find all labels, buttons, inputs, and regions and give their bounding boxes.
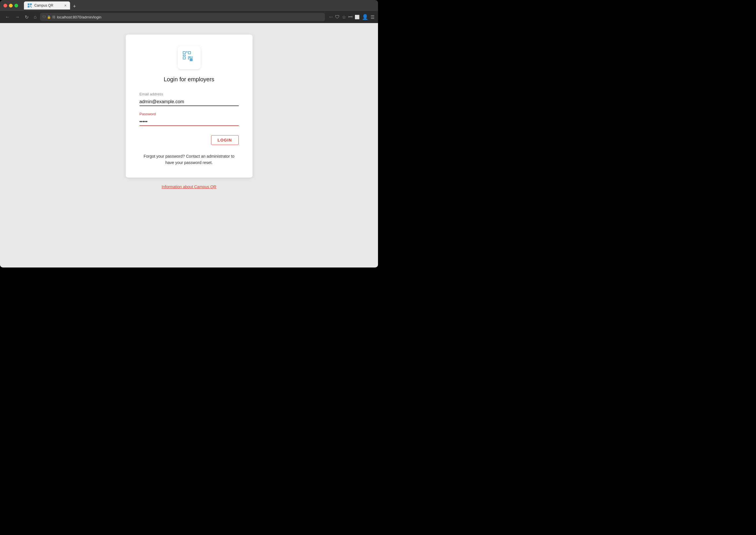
email-input[interactable] [139,98,239,106]
svg-rect-16 [189,52,190,54]
shield-icon: 🛡 [43,15,46,19]
password-label: Password [139,112,239,116]
menu-icon[interactable]: ☰ [370,14,375,20]
svg-rect-0 [28,3,29,5]
back-button[interactable]: ← [3,13,12,21]
password-input[interactable] [139,118,239,126]
tab-favicon-icon [27,3,32,8]
logo-container [178,46,201,69]
svg-rect-15 [183,52,185,54]
split-view-icon[interactable]: ⬜ [355,15,360,19]
home-button[interactable]: ⌂ [32,13,38,21]
login-button[interactable]: LOGIN [211,135,239,145]
svg-rect-2 [28,6,29,8]
svg-rect-3 [30,6,31,7]
svg-rect-4 [31,7,32,8]
email-label: Email address [139,92,239,96]
traffic-lights [3,4,18,8]
address-bar-icons: 🛡 🔒 ⛓ [43,15,55,19]
chain-icon: ⛓ [52,15,55,19]
nav-bar: ← → ↻ ⌂ 🛡 🔒 ⛓ ··· 🛡 ☆ 𝄩 ⬜ 👤 ☰ [0,11,378,23]
button-row: LOGIN [139,135,239,145]
shelf-icon: 𝄩 [348,14,352,20]
page-title: Login for employers [164,76,215,83]
forgot-password-text: Forgot your password? Contact an adminis… [139,153,239,166]
svg-rect-13 [190,58,192,61]
address-input[interactable] [57,15,323,19]
close-traffic-light[interactable] [3,4,7,8]
password-form-group: Password [139,112,239,126]
shield-check-icon: 🛡 [335,14,340,20]
campus-qr-logo-icon [182,50,197,65]
email-form-group: Email address [139,92,239,106]
svg-rect-17 [183,57,185,59]
page-content: Login for employers Email address Passwo… [0,23,378,268]
more-button[interactable]: ··· [329,14,333,20]
tab-close-button[interactable]: × [64,3,67,8]
lock-icon: 🔒 [47,15,51,19]
info-link[interactable]: Information about Campus QR [162,184,217,189]
active-tab[interactable]: Campus QR × [24,1,70,10]
browser-window: Campus QR × + ← → ↻ ⌂ 🛡 🔒 ⛓ ··· 🛡 ☆ 𝄩 ⬜ … [0,0,378,268]
minimize-traffic-light[interactable] [9,4,13,8]
svg-rect-11 [188,57,191,58]
title-bar: Campus QR × + [0,0,378,11]
address-bar-container: 🛡 🔒 ⛓ [40,13,325,21]
new-tab-button[interactable]: + [71,3,78,10]
bookmark-icon[interactable]: ☆ [342,14,346,20]
login-card: Login for employers Email address Passwo… [126,35,252,178]
svg-rect-6 [186,51,188,52]
nav-right-icons: ··· 🛡 ☆ 𝄩 ⬜ 👤 ☰ [329,14,375,20]
svg-rect-1 [30,3,32,5]
svg-rect-12 [188,58,189,59]
forward-button[interactable]: → [13,13,21,21]
svg-rect-14 [191,57,192,58]
svg-rect-8 [183,55,184,56]
tab-title: Campus QR [34,3,53,8]
refresh-button[interactable]: ↻ [23,13,30,21]
svg-rect-9 [185,55,186,56]
tab-bar: Campus QR × + [24,1,375,10]
maximize-traffic-light[interactable] [15,4,18,8]
profile-icon[interactable]: 👤 [362,14,368,20]
